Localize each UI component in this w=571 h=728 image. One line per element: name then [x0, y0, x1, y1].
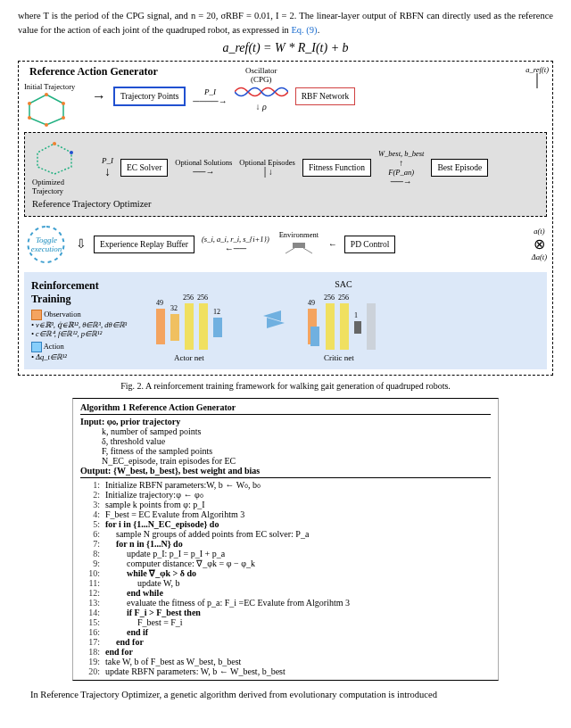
figure-2: Reference Action Generator Initial Traje…: [18, 61, 553, 376]
svg-rect-33: [367, 303, 376, 350]
obs-items: • v∈ℝ³, q̇∈ℝ¹², θ∈ℝ³, dθ∈ℝ³: [31, 320, 138, 329]
algorithm-1: Algorithm 1 Reference Action Generator I…: [72, 398, 499, 681]
svg-text:12: 12: [213, 308, 220, 316]
act-items: • Δq_t∈ℝ¹²: [31, 352, 138, 361]
svg-rect-13: [156, 309, 165, 344]
algo-title: Algorithm 1 Reference Action Generator: [80, 402, 491, 415]
svg-text:256: 256: [338, 294, 349, 302]
svg-rect-19: [199, 303, 208, 350]
svg-text:32: 32: [170, 304, 178, 312]
svg-text:256: 256: [324, 294, 335, 302]
svg-rect-17: [185, 303, 194, 350]
svg-text:Actor net: Actor net: [174, 353, 204, 360]
svg-text:256: 256: [197, 294, 208, 302]
blue-cube-icon: [31, 342, 42, 352]
nn-diagram-icon: 49 32 256 256 12 Actor net 49 256 256 1: [147, 289, 540, 360]
svg-point-8: [53, 142, 56, 145]
body-text-2: In Reference Trajectory Optimizer, a gen…: [18, 688, 553, 702]
orange-cube-icon: [31, 310, 42, 320]
wb-best-label: W_best, b_best: [378, 149, 424, 158]
env-label: Environment: [277, 230, 321, 239]
svg-marker-7: [37, 144, 71, 174]
svg-rect-21: [213, 318, 222, 337]
svg-rect-29: [340, 303, 349, 350]
body-text: where T is the period of the CPG signal,…: [18, 9, 553, 37]
best-episode-box: Best Episode: [431, 159, 488, 177]
obs-label: Observation: [44, 310, 81, 318]
sac-label: SAC: [147, 279, 540, 289]
svg-line-12: [303, 248, 312, 253]
optional-eps-label: Optional Episodes: [239, 158, 295, 167]
svg-rect-26: [310, 327, 319, 346]
action-label: Action: [44, 342, 64, 351]
traj-points-box: Trajectory Points: [113, 87, 186, 106]
sars-tuple: (s_i, a_i, r_i, s_{i+1}): [202, 235, 269, 244]
da-label: Δa(t): [532, 252, 547, 261]
figure-caption: Fig. 2. A reinforcement training framewo…: [18, 381, 553, 391]
robot-icon: [277, 239, 321, 257]
svg-rect-27: [326, 303, 335, 350]
oscillator-label: Oscillator(CPG): [235, 66, 288, 84]
svg-point-5: [28, 116, 31, 120]
svg-text:49: 49: [308, 299, 315, 307]
pi-label: P_I: [193, 87, 227, 96]
ref-traj-optimizer: Optimized Trajectory P_I ↓ EC Solver Opt…: [24, 132, 547, 217]
svg-point-1: [45, 93, 48, 96]
sine-wave-icon: [235, 84, 288, 100]
svg-line-11: [286, 248, 294, 253]
toggle-execution-icon: Toggle execution: [24, 222, 69, 267]
eq-link: Eq. (9): [291, 25, 317, 35]
at-label: a(t): [532, 227, 547, 236]
svg-point-3: [62, 116, 65, 120]
svg-rect-10: [293, 243, 305, 248]
svg-point-9: [70, 151, 73, 154]
svg-text:49: 49: [156, 299, 163, 307]
optional-sols-label: Optional Solutions: [175, 158, 232, 167]
hex-trajectory-icon-2: [32, 140, 77, 176]
rbf-network-box: RBF Network: [295, 87, 356, 105]
ref-gen-title: Reference Action Generator: [29, 65, 547, 79]
svg-marker-0: [29, 95, 63, 125]
initial-traj-label: Initial Trajectory: [24, 82, 87, 91]
reinf-title: Reinforcement Training: [31, 279, 138, 306]
fitness-fn-box: Fitness Function: [302, 159, 371, 177]
svg-rect-31: [354, 321, 361, 334]
svg-text:256: 256: [183, 294, 194, 302]
svg-point-6: [28, 102, 31, 105]
ec-solver-box: EC Solver: [120, 159, 168, 177]
equation: a_ref(t) = W * R_I(t) + b: [18, 41, 553, 55]
reinforcement-training-zone: Reinforcement Training Observation • v∈ℝ…: [24, 272, 547, 369]
ref-traj-opt-title: Reference Trajectory Optimizer: [32, 199, 539, 209]
replay-buffer-box: Experience Replay Buffer: [94, 236, 194, 253]
svg-text:1: 1: [354, 311, 358, 319]
optimized-traj-label: Optimized Trajectory: [32, 178, 95, 195]
obs-items-2: • c∈ℝ⁴, f∈ℝ¹², p∈ℝ¹²: [31, 329, 138, 338]
hex-trajectory-icon: [24, 91, 69, 127]
aref-label: a_ref(t): [525, 65, 549, 74]
svg-point-4: [45, 123, 48, 127]
svg-text:Critic net: Critic net: [324, 353, 354, 360]
svg-point-2: [62, 102, 65, 105]
pd-control-box: PD Control: [344, 236, 396, 253]
svg-rect-15: [170, 314, 179, 341]
